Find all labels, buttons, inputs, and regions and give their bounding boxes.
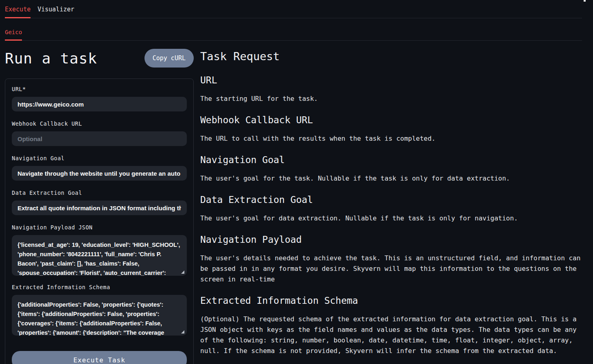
doc-body-extracted-schema: (Optional) The requested schema of the e… <box>200 314 583 356</box>
copy-curl-button[interactable]: Copy cURL <box>144 49 194 68</box>
task-request-title: Task Request <box>200 50 583 63</box>
webhook-callback-url-label: Webhook Callback URL <box>12 121 187 127</box>
webhook-callback-url-input[interactable] <box>12 131 187 146</box>
navigation-goal-label: Navigation Goal <box>12 155 187 161</box>
data-extraction-goal-label: Data Extraction Goal <box>12 190 187 196</box>
navigation-goal-input[interactable] <box>12 166 187 181</box>
doc-heading-url: URL <box>200 74 583 86</box>
main-content: Run a task Copy cURL URL* Webhook Callba… <box>0 41 593 364</box>
doc-body-url: The starting URL for the task. <box>200 94 583 104</box>
tab-geico[interactable]: Geico <box>5 29 22 35</box>
doc-section-url: URL The starting URL for the task. <box>200 74 583 104</box>
doc-body-navigation-payload: The user's details needed to achieve the… <box>200 253 583 285</box>
doc-section-navigation-goal: Navigation Goal The user's goal for the … <box>200 154 583 184</box>
form-header: Run a task Copy cURL <box>5 49 194 68</box>
run-task-form-card: URL* Webhook Callback URL Navigation Goa… <box>5 78 194 364</box>
navigation-payload-textarea[interactable]: {'licensed_at_age': 19, 'education_level… <box>12 235 187 276</box>
doc-body-data-extraction-goal: The user's goal for data extraction. Nul… <box>200 213 583 224</box>
doc-heading-webhook: Webhook Callback URL <box>200 114 583 126</box>
page-title: Run a task <box>5 50 97 68</box>
doc-body-webhook: The URL to call with the results when th… <box>200 133 583 144</box>
doc-heading-extracted-schema: Extracted Information Schema <box>200 294 583 307</box>
doc-heading-data-extraction-goal: Data Extraction Goal <box>200 194 583 206</box>
execute-task-button[interactable]: Execute Task <box>12 351 187 364</box>
navigation-payload-json-label: Navigation Payload JSON <box>12 225 187 231</box>
doc-heading-navigation-goal: Navigation Goal <box>200 154 583 166</box>
doc-section-extracted-schema: Extracted Information Schema (Optional) … <box>200 294 583 356</box>
doc-heading-navigation-payload: Navigation Payload <box>200 233 583 246</box>
task-request-docs-column: Task Request URL The starting URL for th… <box>200 49 583 364</box>
extracted-schema-wrap: {'additionalProperties': False, 'propert… <box>12 295 187 336</box>
resize-handle-icon[interactable] <box>181 330 184 333</box>
tab-visualizer[interactable]: Visualizer <box>37 6 74 13</box>
data-extraction-goal-input[interactable] <box>12 201 187 215</box>
app-window: Execute Visualizer Geico Run a task Copy… <box>0 0 593 364</box>
task-form-column: Run a task Copy cURL URL* Webhook Callba… <box>5 49 194 364</box>
doc-body-navigation-goal: The user's goal for the task. Nullable i… <box>200 173 583 184</box>
extracted-information-schema-label: Extracted Information Schema <box>12 284 187 290</box>
url-input[interactable] <box>12 97 187 111</box>
sub-tab-bar: Geico <box>5 18 582 41</box>
navigation-payload-wrap: {'licensed_at_age': 19, 'education_level… <box>12 235 187 276</box>
doc-section-webhook: Webhook Callback URL The URL to call wit… <box>200 114 583 144</box>
top-tab-bar: Execute Visualizer <box>5 0 582 18</box>
url-label: URL* <box>12 86 187 92</box>
scrollbar-thumb[interactable] <box>584 0 586 2</box>
extracted-information-schema-textarea[interactable]: {'additionalProperties': False, 'propert… <box>12 295 187 336</box>
doc-section-data-extraction-goal: Data Extraction Goal The user's goal for… <box>200 194 583 224</box>
resize-handle-icon[interactable] <box>181 270 184 274</box>
doc-section-navigation-payload: Navigation Payload The user's details ne… <box>200 233 583 285</box>
tab-execute[interactable]: Execute <box>5 6 31 13</box>
